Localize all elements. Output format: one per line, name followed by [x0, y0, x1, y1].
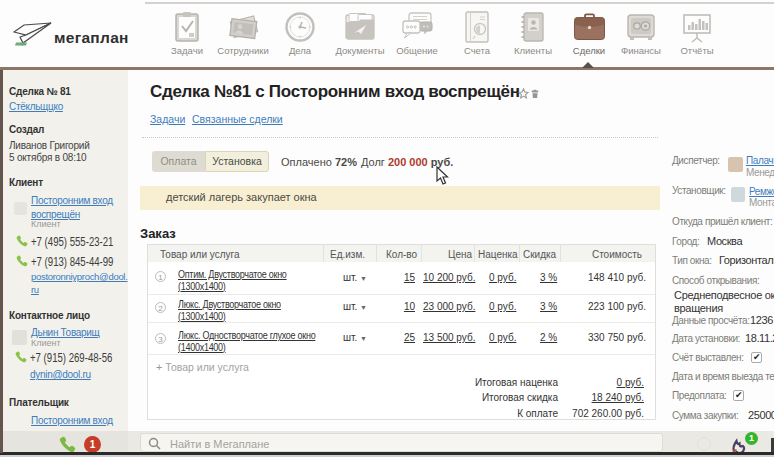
svg-text:мегаплан: мегаплан — [54, 29, 129, 46]
